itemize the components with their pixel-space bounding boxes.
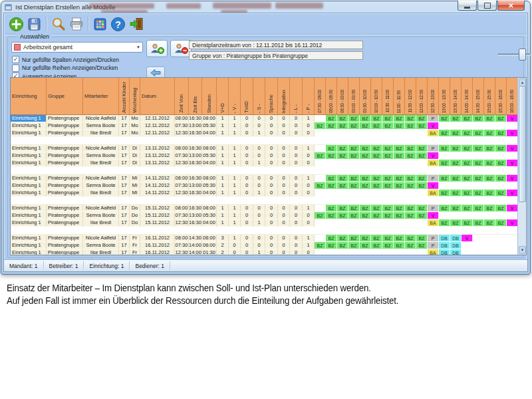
value-cell[interactable]: 0 bbox=[265, 205, 278, 212]
slot-cell[interactable] bbox=[315, 219, 326, 227]
value-cell[interactable]: 1 bbox=[303, 175, 315, 182]
cell[interactable]: Ilse Bredl bbox=[83, 130, 119, 137]
slot-cell[interactable] bbox=[405, 130, 416, 137]
cell[interactable]: Einrichtung 1 bbox=[11, 212, 47, 219]
slot-cell[interactable] bbox=[371, 219, 382, 227]
value-cell[interactable]: 0 bbox=[241, 145, 253, 152]
slot-cell[interactable] bbox=[315, 160, 326, 167]
column-header[interactable]: Datum bbox=[140, 78, 175, 115]
cell[interactable]: Ilse Bredl bbox=[83, 190, 119, 197]
time-column-header[interactable]: 07:30 - 08:00 bbox=[315, 78, 326, 115]
cell[interactable]: Einrichtung 1 bbox=[11, 242, 47, 249]
slot-cell[interactable]: BZ bbox=[371, 145, 382, 152]
slot-cell[interactable]: BZ bbox=[416, 152, 428, 160]
cell[interactable]: 04:00 bbox=[202, 130, 217, 137]
value-cell[interactable]: 0 bbox=[265, 212, 278, 219]
cell[interactable]: Piratengruppe bbox=[47, 235, 83, 242]
value-cell[interactable]: 1 bbox=[253, 160, 265, 167]
value-cell[interactable]: 0 bbox=[241, 130, 253, 137]
slot-cell[interactable]: BZ bbox=[473, 190, 484, 197]
slot-cell[interactable] bbox=[360, 219, 371, 227]
slot-cell[interactable]: DB bbox=[450, 249, 462, 255]
value-cell[interactable]: 0 bbox=[290, 122, 303, 130]
cell[interactable]: 07:30 bbox=[175, 122, 189, 130]
value-cell[interactable]: 0 bbox=[241, 190, 253, 197]
cell[interactable]: 16:30 bbox=[189, 175, 202, 182]
value-cell[interactable]: 1 bbox=[303, 145, 315, 152]
slot-cell[interactable] bbox=[315, 115, 326, 122]
cell[interactable]: Mo bbox=[130, 115, 140, 122]
value-cell[interactable]: 0 bbox=[303, 249, 315, 255]
cell[interactable]: 17 bbox=[119, 122, 130, 130]
value-cell[interactable]: 0 bbox=[241, 249, 253, 255]
slot-cell[interactable] bbox=[439, 152, 450, 160]
cell[interactable]: Einrichtung 1 bbox=[11, 152, 47, 160]
value-cell[interactable]: 1 bbox=[253, 190, 265, 197]
cell[interactable]: Piratengruppe bbox=[47, 130, 83, 137]
value-cell[interactable]: 1 bbox=[217, 152, 229, 160]
slot-cell[interactable]: BZ bbox=[484, 190, 495, 197]
value-cell[interactable]: 0 bbox=[278, 115, 290, 122]
slot-cell[interactable]: BA bbox=[428, 190, 439, 197]
scroll-down-arrow[interactable]: ▼ bbox=[519, 246, 526, 254]
value-cell[interactable]: 1 bbox=[229, 175, 241, 182]
time-column-header[interactable]: 13:00 - 13:30 bbox=[439, 78, 450, 115]
slot-cell[interactable] bbox=[507, 122, 518, 130]
slot-cell[interactable] bbox=[315, 190, 326, 197]
cell[interactable]: 17 bbox=[119, 145, 130, 152]
slot-cell[interactable]: BZ bbox=[360, 175, 371, 182]
column-header[interactable]: V+D bbox=[217, 78, 229, 115]
value-cell[interactable]: 0 bbox=[253, 115, 265, 122]
value-cell[interactable]: 0 bbox=[303, 190, 315, 197]
value-cell[interactable]: 0 bbox=[303, 212, 315, 219]
slot-cell[interactable]: BZ bbox=[462, 160, 473, 167]
value-cell[interactable]: 0 bbox=[253, 122, 265, 130]
value-cell[interactable]: 0 bbox=[253, 175, 265, 182]
slot-cell[interactable] bbox=[382, 219, 394, 227]
slot-cell[interactable]: BZ bbox=[371, 235, 382, 242]
value-cell[interactable]: 0 bbox=[265, 160, 278, 167]
cell[interactable]: 17 bbox=[119, 160, 130, 167]
slot-cell[interactable]: BZ bbox=[416, 182, 428, 190]
slot-cell[interactable]: BZ bbox=[416, 242, 428, 249]
cell[interactable]: 17 bbox=[119, 212, 130, 219]
cell[interactable]: Einrichtung 1 bbox=[11, 190, 47, 197]
value-cell[interactable]: 0 bbox=[241, 160, 253, 167]
value-cell[interactable]: 1 bbox=[217, 145, 229, 152]
cell[interactable]: 08:00 bbox=[175, 115, 189, 122]
value-cell[interactable]: 1 bbox=[229, 212, 241, 219]
slot-cell[interactable]: BZ bbox=[439, 145, 450, 152]
slot-cell[interactable]: DB bbox=[450, 235, 462, 242]
slot-cell[interactable]: BZ bbox=[473, 175, 484, 182]
slot-cell[interactable] bbox=[337, 160, 348, 167]
value-cell[interactable]: 1 bbox=[229, 219, 241, 227]
value-cell[interactable]: 0 bbox=[290, 249, 303, 255]
slot-cell[interactable] bbox=[462, 182, 473, 190]
slot-cell[interactable] bbox=[495, 249, 507, 255]
cell[interactable]: 07:30 bbox=[175, 182, 189, 190]
slot-cell[interactable] bbox=[507, 182, 518, 190]
slot-cell[interactable] bbox=[315, 130, 326, 137]
value-cell[interactable]: 1 bbox=[229, 182, 241, 190]
slot-cell[interactable] bbox=[315, 145, 326, 152]
cell[interactable]: Nicole Aalfeld bbox=[83, 205, 119, 212]
cell[interactable]: 14:00 bbox=[189, 249, 202, 255]
slot-cell[interactable]: V bbox=[428, 182, 439, 190]
slot-cell[interactable]: BZ bbox=[495, 160, 507, 167]
slot-cell[interactable] bbox=[360, 190, 371, 197]
slot-cell[interactable] bbox=[473, 242, 484, 249]
slot-cell[interactable] bbox=[439, 182, 450, 190]
value-cell[interactable]: 0 bbox=[290, 130, 303, 137]
value-cell[interactable]: 1 bbox=[229, 115, 241, 122]
slot-cell[interactable]: V bbox=[507, 175, 518, 182]
time-column-header[interactable]: 15:30 - 16:00 bbox=[495, 78, 507, 115]
slot-cell[interactable]: BZ bbox=[348, 242, 360, 249]
value-cell[interactable]: 0 bbox=[290, 190, 303, 197]
value-cell[interactable]: 0 bbox=[241, 175, 253, 182]
slot-cell[interactable] bbox=[394, 249, 405, 255]
cell[interactable]: Nicole Aalfeld bbox=[83, 115, 119, 122]
cell[interactable]: Fr bbox=[130, 242, 140, 249]
cell[interactable]: Piratengruppe bbox=[47, 249, 83, 255]
cell[interactable]: 17 bbox=[119, 115, 130, 122]
cell[interactable]: 04:00 bbox=[202, 219, 217, 227]
